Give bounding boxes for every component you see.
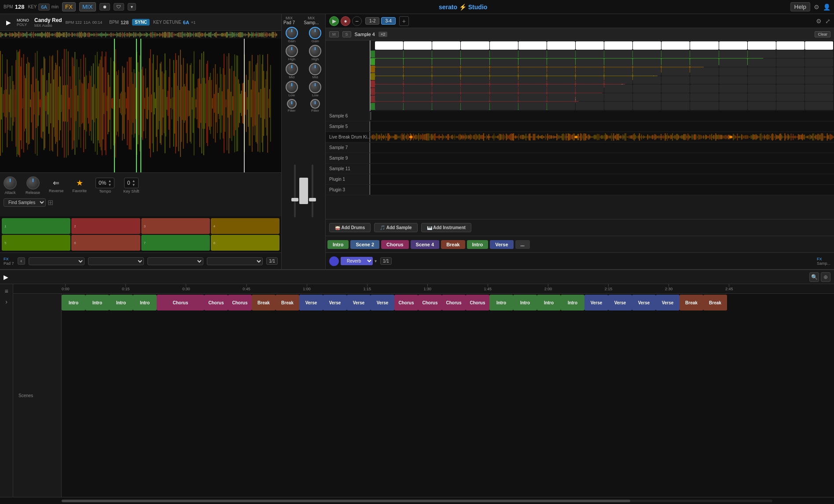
sidebar-icon-btn[interactable]: ≡ [4,288,8,295]
right-record-btn[interactable]: ● [341,16,350,26]
timeline-block-14[interactable]: Chorus [418,295,442,310]
timeline-block-19[interactable]: Intro [537,295,561,310]
timeline-block-12[interactable]: Verse [371,295,394,310]
step-1-11[interactable] [661,41,690,50]
tempo-box[interactable]: 0% ▲▼ [96,178,114,188]
reverb-knob[interactable] [329,256,339,266]
right-expand-icon[interactable]: ⤢ [825,18,830,25]
step-1-2[interactable] [404,41,432,50]
mute-button[interactable]: M [329,31,339,37]
gain-knob-2[interactable] [309,27,321,39]
scene-break-btn[interactable]: Break [441,240,465,249]
mix-button[interactable]: MIX [79,2,96,11]
scene-verse-btn[interactable]: Verse [490,240,513,249]
high-knob-2[interactable] [309,45,321,57]
step-1-1[interactable] [375,41,403,50]
favorite-button[interactable]: ★ [76,178,83,188]
filter-knob-1[interactable] [287,99,297,109]
mid-knob-2[interactable] [309,63,321,75]
timeline-play-btn[interactable]: ▶ [4,274,8,281]
shield-button[interactable]: 🛡 [114,3,124,11]
timeline-block-10[interactable]: Verse [323,295,347,310]
step-1-8[interactable] [576,41,604,50]
pad-8[interactable]: 8 [211,235,279,251]
pad-6[interactable]: 6 [71,235,140,251]
timeline-block-16[interactable]: Chorus [466,295,489,310]
fx-slot-3[interactable] [147,257,203,265]
timeline-block-2[interactable]: Intro [109,295,133,310]
play-button[interactable]: ▶ [4,18,13,27]
timeline-block-17[interactable]: Intro [489,295,513,310]
timeline-block-0[interactable]: Intro [62,295,85,310]
range-1-2-btn[interactable]: 1-2 [365,17,379,25]
mid-knob-1[interactable] [286,63,298,75]
timeline-block-15[interactable]: Chorus [442,295,466,310]
timeline-block-22[interactable]: Verse [608,295,632,310]
timeline-block-1[interactable]: Intro [85,295,109,310]
step-1-13[interactable] [719,41,747,50]
attack-knob[interactable] [4,176,17,190]
timeline-block-4[interactable]: Chorus [157,295,204,310]
sidebar-expand-btn[interactable]: › [5,298,7,305]
pad-2[interactable]: 2 [71,218,140,234]
add-instrument-btn[interactable]: 🎹 Add Instrument [421,223,471,232]
solo-button[interactable]: S [342,31,351,37]
filter-knob-2[interactable] [310,99,320,109]
scene-chorus-btn[interactable]: Chorus [381,240,409,249]
timeline-block-9[interactable]: Verse [299,295,323,310]
extra-button[interactable]: ▾ [128,3,136,11]
timeline-block-5[interactable]: Chorus [204,295,228,310]
timeline-block-13[interactable]: Chorus [394,295,418,310]
step-1-16[interactable] [805,41,833,50]
add-pattern-btn[interactable]: + [399,16,409,26]
step-1-3[interactable] [432,41,460,50]
timeline-block-8[interactable]: Break [276,295,299,310]
pad-1[interactable]: 1 [2,218,70,234]
user-icon[interactable]: 👤 [823,4,830,11]
step-1-5[interactable] [490,41,518,50]
pad-3[interactable]: 3 [141,218,210,234]
zoom-in-btn[interactable]: ⊕ [821,272,830,282]
step-1-15[interactable] [776,41,805,50]
fader-thumb-1[interactable] [291,198,298,201]
scene-scene4-btn[interactable]: Scene 4 [411,240,440,249]
scene-more-btn[interactable]: ... [515,240,530,249]
right-extra-btn[interactable]: – [352,16,362,26]
range-3-4-btn[interactable]: 3-4 [381,17,395,25]
pad-7[interactable]: 7 [141,235,210,251]
clear-button[interactable]: Clear [815,31,830,37]
step-1-9[interactable] [604,41,632,50]
timeline-block-18[interactable]: Intro [513,295,537,310]
timeline-block-25[interactable]: Break [680,295,703,310]
find-samples-select[interactable]: Find Samples [4,198,46,207]
low-knob-2[interactable] [309,81,321,93]
fx-prev-btn[interactable]: ‹ [18,257,25,265]
timeline-block-23[interactable]: Verse [632,295,656,310]
scene-intro-btn[interactable]: Intro [327,240,349,249]
timeline-block-20[interactable]: Intro [561,295,584,310]
scene-scene2-btn[interactable]: Scene 2 [350,240,379,249]
scene-intro2-btn[interactable]: Intro [467,240,488,249]
sync-button[interactable]: SYNC [132,19,150,26]
timeline-block-26[interactable]: Break [703,295,727,310]
reverb-select[interactable]: Reverb [341,257,373,265]
key-value[interactable]: 6A [38,4,49,11]
timeline-block-24[interactable]: Verse [656,295,680,310]
waveform-area[interactable] [0,31,281,172]
fx-slot-2[interactable] [88,257,144,265]
low-knob-1[interactable] [286,81,298,93]
zoom-out-btn[interactable]: 🔍 [809,272,819,282]
fx-slot-4[interactable] [207,257,263,265]
timeline-block-7[interactable]: Break [252,295,276,310]
help-button[interactable]: Help [790,2,810,11]
step-1-10[interactable] [633,41,661,50]
right-settings-icon[interactable]: ⚙ [816,18,822,25]
step-1-12[interactable] [690,41,718,50]
settings-icon[interactable]: ⚙ [814,4,819,11]
reverse-button[interactable]: ⇐ [53,178,59,188]
step-1-7[interactable] [547,41,575,50]
step-1-6[interactable] [518,41,547,50]
timeline-block-6[interactable]: Chorus [228,295,252,310]
timeline-block-3[interactable]: Intro [133,295,157,310]
step-1-4[interactable] [461,41,489,50]
